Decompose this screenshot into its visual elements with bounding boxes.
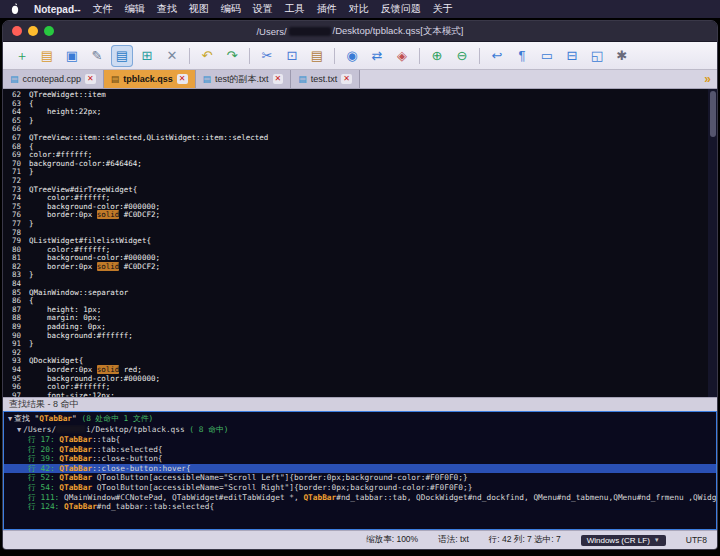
find-file-row[interactable]: ▼/Users/i/Desktop/tpblack.qss ( 8 命中) <box>4 425 716 436</box>
app-name[interactable]: Notepad-- <box>34 4 81 15</box>
save-as-icon[interactable]: ✎ <box>86 45 108 67</box>
editor-line-91[interactable]: 91} <box>3 340 705 349</box>
editor-line-97[interactable]: 97 font-size:12px; <box>3 392 705 397</box>
find-result-row-line-17[interactable]: 行 17: QTabBar::tab{ <box>4 435 716 445</box>
close-file-icon[interactable]: ✕ <box>161 45 183 67</box>
tab-close-icon[interactable]: ✕ <box>177 74 188 84</box>
apple-icon[interactable] <box>10 3 20 15</box>
editor-line-86[interactable]: 86{ <box>3 297 705 306</box>
menu-item-4[interactable]: 编码 <box>221 2 241 16</box>
cut-icon[interactable]: ✂ <box>256 45 278 67</box>
window-2-icon[interactable]: ⊟ <box>561 45 583 67</box>
zoom-in-icon[interactable]: ⊕ <box>426 45 448 67</box>
syntax-mode[interactable]: 语法: txt <box>438 534 469 546</box>
tab-overflow-chevron-icon[interactable]: » <box>698 70 717 88</box>
editor-line-64[interactable]: 64 height:22px; <box>3 108 705 117</box>
tab-close-icon[interactable]: ✕ <box>273 74 284 84</box>
undo-icon[interactable]: ↶ <box>196 45 218 67</box>
encoding-label[interactable]: UTF8 <box>686 535 707 545</box>
editor-line-88[interactable]: 88 margin: 0px; <box>3 314 705 323</box>
menu-item-2[interactable]: 查找 <box>157 2 177 16</box>
tab-test.txt[interactable]: ▤test.txt✕ <box>291 70 360 88</box>
menu-item-7[interactable]: 插件 <box>317 2 337 16</box>
editor-line-85[interactable]: 85QMainWindow::separator <box>3 289 705 298</box>
vertical-scrollbar[interactable] <box>708 89 717 397</box>
save-icon[interactable]: ▣ <box>61 45 83 67</box>
status-bar: 缩放率: 100% 语法: txt 行: 42 列: 7 选中: 7 Windo… <box>3 530 717 549</box>
fullscreen-icon[interactable]: ◱ <box>586 45 608 67</box>
settings-icon[interactable]: ✱ <box>611 45 633 67</box>
eol-format-dropdown[interactable]: Windows (CR LF) ▼ <box>581 535 666 546</box>
find-dock-titlebar[interactable]: 查找结果 - 8 命中 <box>3 397 717 411</box>
hex-mode-icon[interactable]: ⊞ <box>136 45 158 67</box>
word-wrap-icon[interactable]: ↩ <box>486 45 508 67</box>
find-result-row-line-42[interactable]: 行 42: QTabBar::close-button:hover{ <box>4 464 716 474</box>
editor-line-65[interactable]: 65} <box>3 117 705 126</box>
editor-line-83[interactable]: 83} <box>3 271 705 280</box>
search-word-highlight: solid <box>97 365 120 374</box>
window-1-icon[interactable]: ▭ <box>536 45 558 67</box>
find-dock-title: 查找结果 - 8 命中 <box>9 398 79 411</box>
find-results-list: 行 17: QTabBar::tab{行 20: QTabBar::tab:se… <box>4 435 716 512</box>
replace-icon[interactable]: ⇄ <box>366 45 388 67</box>
find-summary-row[interactable]: ▼查找 "QTabBar" (8 处命中 1 文件) <box>4 414 716 425</box>
tab-label: tpblack.qss <box>123 74 173 84</box>
text-mode-icon[interactable]: ▤ <box>111 45 133 67</box>
show-symbols-icon[interactable]: ¶ <box>511 45 533 67</box>
find-result-row-line-39[interactable]: 行 39: QTabBar::close-button{ <box>4 454 716 464</box>
menu-item-3[interactable]: 视图 <box>189 2 209 16</box>
tab-close-icon[interactable]: ✕ <box>85 74 96 84</box>
tab-tpblack.qss[interactable]: ▤tpblack.qss✕ <box>104 70 196 88</box>
find-result-row-line-111[interactable]: 行 111: QMainWindow#CCNotePad, QTabWidget… <box>4 493 716 503</box>
menu-item-8[interactable]: 对比 <box>349 2 369 16</box>
editor-line-87[interactable]: 87 height: 1px; <box>3 306 705 315</box>
editor-line-77[interactable]: 77} <box>3 220 705 229</box>
find-result-row-line-124[interactable]: 行 124: QTabBar#nd_tabbar::tab:selected{ <box>4 502 716 512</box>
code-editor[interactable]: 62QTreeWidget::item63{64 height:22px;65}… <box>3 89 717 397</box>
menu-item-1[interactable]: 编辑 <box>125 2 145 16</box>
editor-line-76[interactable]: 76 border:0px solid #C0DCF2; <box>3 211 705 220</box>
zoom-window-button[interactable] <box>44 26 54 36</box>
scrollbar-thumb[interactable] <box>710 91 716 137</box>
redacted-username <box>289 27 331 36</box>
find-result-row-line-20[interactable]: 行 20: QTabBar::tab:selected{ <box>4 445 716 455</box>
traffic-lights <box>3 26 54 36</box>
menu-item-0[interactable]: 文件 <box>93 2 113 16</box>
find-icon[interactable]: ◉ <box>341 45 363 67</box>
redo-icon[interactable]: ↷ <box>221 45 243 67</box>
menu-item-10[interactable]: 关于 <box>433 2 453 16</box>
editor-line-70[interactable]: 70background-color:#646464; <box>3 160 705 169</box>
cursor-position: 行: 42 列: 7 选中: 7 <box>489 534 561 546</box>
menu-item-9[interactable]: 反馈问题 <box>381 2 421 16</box>
find-results-panel: ▼查找 "QTabBar" (8 处命中 1 文件) ▼/Users/i/Des… <box>3 411 717 530</box>
copy-icon[interactable]: ⊡ <box>281 45 303 67</box>
editor-line-62[interactable]: 62QTreeWidget::item <box>3 91 705 100</box>
menu-item-6[interactable]: 工具 <box>285 2 305 16</box>
editor-line-68[interactable]: 68{ <box>3 143 705 152</box>
zoom-out-icon[interactable]: ⊖ <box>451 45 473 67</box>
open-folder-icon[interactable]: ▤ <box>36 45 58 67</box>
toolbar-separator <box>419 48 420 64</box>
editor-line-71[interactable]: 71} <box>3 168 705 177</box>
tab-close-icon[interactable]: ✕ <box>341 74 352 84</box>
paste-icon[interactable]: ▤ <box>306 45 328 67</box>
collapse-triangle-icon[interactable]: ▼ <box>8 415 12 423</box>
editor-line-67[interactable]: 67QTreeView::item::selected,QListWidget:… <box>3 134 705 143</box>
tab-ccnotepad.cpp[interactable]: ▤ccnotepad.cpp✕ <box>3 70 104 88</box>
tab-test的副本.txt[interactable]: ▤test的副本.txt✕ <box>196 70 292 88</box>
mark-icon[interactable]: ◈ <box>391 45 413 67</box>
find-result-row-line-52[interactable]: 行 52: QTabBar QToolButton[accessibleName… <box>4 473 716 483</box>
new-file-icon[interactable]: ＋ <box>11 45 33 67</box>
minimize-window-button[interactable] <box>28 26 38 36</box>
editor-line-82[interactable]: 82 border:0px solid #C0DCF2; <box>3 263 705 272</box>
menu-item-5[interactable]: 设置 <box>253 2 273 16</box>
editor-line-63[interactable]: 63{ <box>3 100 705 109</box>
collapse-triangle-icon[interactable]: ▼ <box>17 426 21 434</box>
editor-line-90[interactable]: 90 background:#ffffff; <box>3 332 705 341</box>
window-titlebar[interactable]: /Users//Desktop/tpblack.qss[文本模式] <box>3 21 717 42</box>
title-prefix: /Users/ <box>256 26 286 37</box>
editor-line-92[interactable]: 92 <box>3 349 705 358</box>
find-result-row-line-54[interactable]: 行 54: QTabBar QToolButton[accessibleName… <box>4 483 716 493</box>
close-window-button[interactable] <box>12 26 22 36</box>
toolbar-separator <box>334 48 335 64</box>
